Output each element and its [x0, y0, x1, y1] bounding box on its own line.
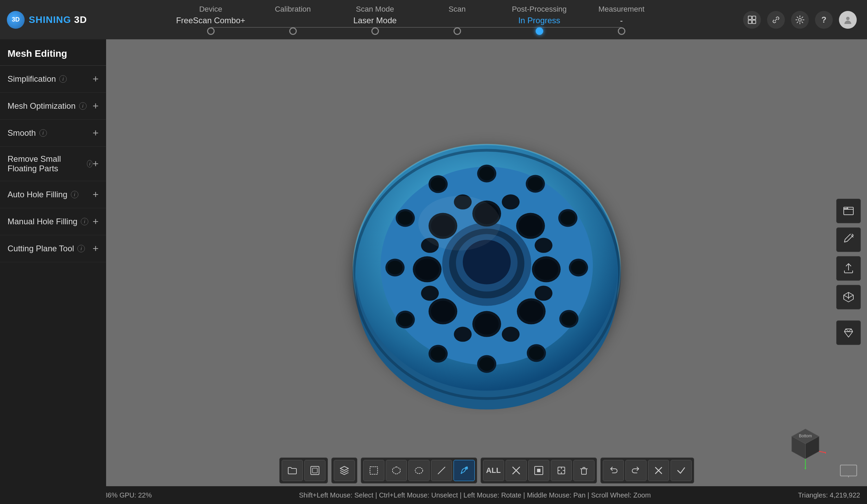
- logo-icon: 3D: [7, 11, 25, 29]
- expand-icon-simplification: +: [93, 73, 99, 85]
- info-icon-smooth: i: [39, 129, 47, 137]
- svg-point-21: [560, 211, 575, 224]
- bottom-toolbar: ALL: [279, 458, 694, 483]
- delete-button[interactable]: [573, 460, 595, 481]
- lasso-select-button[interactable]: [408, 460, 430, 481]
- topbar-settings-button[interactable]: [791, 11, 809, 29]
- stage-line-postprocessing: [539, 27, 622, 28]
- invert-select-button[interactable]: [528, 460, 549, 481]
- stage-line-calibration: [293, 27, 375, 28]
- svg-marker-90: [825, 452, 826, 454]
- poly-select-button[interactable]: [386, 460, 407, 481]
- svg-point-49: [475, 313, 499, 335]
- svg-rect-69: [370, 467, 377, 474]
- svg-rect-77: [537, 469, 540, 472]
- stage-scan[interactable]: Scan: [416, 5, 499, 35]
- orientation-gizmo[interactable]: Bottom: [785, 422, 826, 463]
- stage-line-device: [211, 27, 293, 28]
- apply-button[interactable]: [671, 460, 692, 481]
- svg-marker-88: [804, 468, 806, 470]
- viewport[interactable]: ALL: [106, 39, 867, 504]
- stage-dot-measurement: [618, 28, 625, 35]
- svg-rect-1: [752, 16, 756, 20]
- svg-point-47: [519, 300, 543, 322]
- svg-point-60: [454, 327, 472, 342]
- redo-button[interactable]: [625, 460, 646, 481]
- status-hints: Shift+Left Mouse: Select | Ctrl+Left Mou…: [299, 491, 651, 499]
- sidebar-item-simplification[interactable]: Simplification i +: [0, 66, 106, 93]
- screen-button[interactable]: [839, 464, 857, 479]
- stage-dot-device: [207, 28, 215, 35]
- svg-point-51: [431, 300, 455, 322]
- info-icon-cutting-plane-tool: i: [77, 245, 85, 252]
- svg-line-72: [438, 467, 445, 474]
- svg-point-37: [398, 211, 413, 224]
- stage-scanmode[interactable]: Scan Mode Laser Mode: [334, 5, 416, 35]
- statusbar: Remaining memory: 69% CPU: 36% GPU: 22% …: [0, 486, 867, 504]
- svg-point-58: [535, 285, 553, 300]
- sidebar-item-smooth[interactable]: Smooth i +: [0, 120, 106, 147]
- svg-marker-70: [393, 467, 400, 474]
- open-file-button[interactable]: [836, 199, 861, 223]
- svg-line-89: [819, 451, 826, 453]
- svg-point-33: [398, 313, 413, 326]
- sidebar-item-cutting-plane-tool[interactable]: Cutting Plane Tool i +: [0, 235, 106, 262]
- svg-point-4: [799, 19, 801, 21]
- sidebar-item-mesh-optimization[interactable]: Mesh Optimization i +: [0, 93, 106, 120]
- stage-calibration[interactable]: Calibration: [252, 5, 334, 35]
- svg-rect-91: [840, 465, 857, 476]
- svg-point-25: [561, 312, 576, 326]
- svg-point-23: [571, 261, 586, 274]
- svg-point-31: [431, 347, 446, 360]
- open-folder-button[interactable]: [282, 460, 303, 481]
- toolbar-group-selection: [361, 458, 477, 483]
- svg-point-57: [535, 238, 553, 253]
- svg-point-43: [518, 215, 543, 236]
- expand-icon-mesh-optimization: +: [93, 100, 99, 112]
- sidebar-item-remove-small-floating-parts[interactable]: Remove Small Floating Parts i +: [0, 147, 106, 181]
- undo-button[interactable]: [603, 460, 624, 481]
- stage-dot-scan: [453, 28, 461, 35]
- upload-button[interactable]: [836, 256, 861, 281]
- rect-select-button[interactable]: [363, 460, 384, 481]
- stage-line-scanmode: [375, 27, 457, 28]
- info-icon-auto-hole-filling: i: [71, 191, 78, 198]
- stage-device[interactable]: Device FreeScan Combo+: [170, 5, 252, 35]
- expand-icon-cutting-plane-tool: +: [93, 243, 99, 254]
- stage-dot-scanmode: [371, 28, 379, 35]
- edit-button[interactable]: [836, 227, 861, 252]
- stage-postprocessing[interactable]: Post-Processing In Progress: [499, 5, 580, 35]
- sidebar-item-auto-hole-filling[interactable]: Auto Hole Filling i +: [0, 181, 106, 208]
- 3d-view-button[interactable]: [836, 285, 861, 309]
- svg-point-71: [415, 468, 423, 473]
- nav-stages: Device FreeScan Combo+ Calibration Scan …: [89, 5, 743, 35]
- svg-point-59: [502, 327, 520, 342]
- topbar-link-button[interactable]: [767, 11, 785, 29]
- stage-dot-calibration: [289, 28, 297, 35]
- expand-select-button[interactable]: [551, 460, 572, 481]
- gem-button[interactable]: [836, 320, 861, 345]
- expand-icon-remove-small-floating-parts: +: [93, 158, 99, 169]
- stage-measurement[interactable]: Measurement -: [580, 5, 663, 35]
- cancel-button[interactable]: [648, 460, 669, 481]
- topbar: 3D SHINING 3D Device FreeScan Combo+ Cal…: [0, 0, 867, 39]
- svg-point-56: [502, 194, 520, 209]
- sidebar-item-manual-hole-filling[interactable]: Manual Hole Filling i +: [0, 208, 106, 235]
- svg-point-45: [534, 259, 558, 280]
- svg-point-5: [846, 17, 849, 20]
- import-button[interactable]: [304, 460, 325, 481]
- deselect-button[interactable]: [505, 460, 527, 481]
- svg-point-17: [479, 166, 494, 180]
- paint-select-button[interactable]: [453, 460, 475, 481]
- topbar-recent-button[interactable]: [743, 11, 761, 29]
- info-icon-remove-small-floating-parts: i: [87, 160, 93, 167]
- right-toolbar: [836, 199, 861, 345]
- topbar-avatar-button[interactable]: [839, 11, 857, 29]
- svg-point-29: [479, 357, 494, 371]
- svg-rect-68: [312, 468, 317, 473]
- select-all-button[interactable]: ALL: [483, 460, 504, 481]
- svg-point-35: [387, 261, 403, 274]
- layers-button[interactable]: [334, 460, 355, 481]
- topbar-help-button[interactable]: ?: [815, 11, 833, 29]
- line-select-button[interactable]: [431, 460, 452, 481]
